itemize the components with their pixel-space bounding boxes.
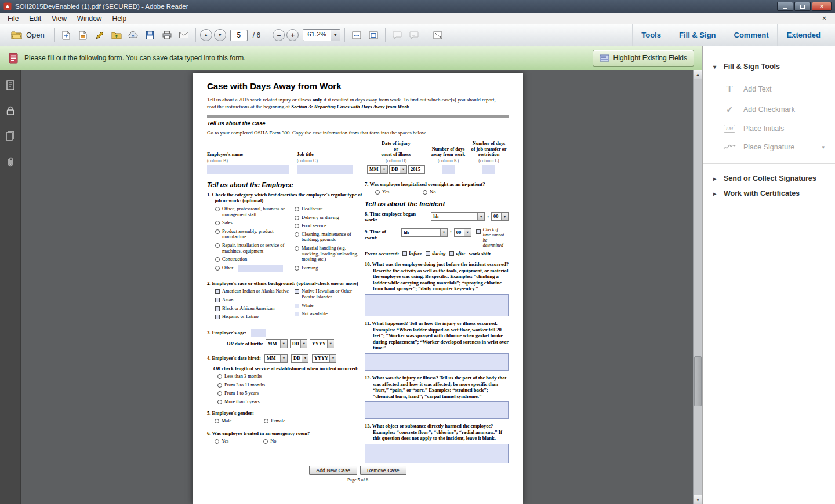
job-category-option[interactable]: Material handling (e.g. stocking, loadin… [295,246,365,262]
began-work-minute-dropdown[interactable]: 00▼ [491,212,509,221]
dob-day-dropdown[interactable]: DD▼ [290,339,307,348]
emergency-room-option[interactable]: Yes [215,439,228,444]
zoom-level-select[interactable]: 61.2% ▼ [303,29,340,41]
open-button[interactable]: Open [6,27,50,43]
document-canvas[interactable]: Case with Days Away from Work Tell us ab… [21,70,693,504]
length-of-service-option[interactable]: From 1 to 5 years [217,390,365,396]
page-number-input[interactable]: 5 [230,30,248,41]
dropdown-caret-icon[interactable]: ▼ [280,340,287,348]
toolbar-nav-link[interactable]: Tools [632,24,670,46]
next-page-button[interactable]: ▼ [214,29,226,41]
race-option[interactable]: Native Hawaiian or Other Pacific Islande… [295,288,365,300]
gender-option[interactable]: Male [215,418,231,424]
fit-page-button[interactable] [366,28,381,43]
menu-item[interactable]: View [46,14,72,23]
signature-caret-icon[interactable]: ▾ [822,144,825,150]
hired-day-dropdown[interactable]: DD▼ [291,354,308,363]
menu-item[interactable]: File [2,14,24,23]
time-undetermined-checkbox[interactable] [476,229,481,234]
fill-sign-tools-header[interactable]: ▾ Fill & Sign Tools [703,59,835,74]
convert-file-button[interactable] [75,28,90,43]
length-of-service-option[interactable]: Less than 3 months [217,374,365,379]
event-shift-option[interactable]: after [449,251,465,256]
dropdown-caret-icon[interactable]: ▼ [327,340,334,348]
emergency-room-option[interactable]: No [263,439,276,444]
injury-month-dropdown[interactable]: MM▼ [367,165,388,174]
comment-bubble-button[interactable] [390,28,405,43]
zoom-caret-icon[interactable]: ▼ [331,30,340,41]
minimize-button[interactable] [777,2,793,11]
job-category-option[interactable]: Delivery or driving [295,215,365,221]
menubar-close-icon[interactable]: ✕ [816,15,833,21]
hospitalized-option[interactable]: Yes [375,189,389,195]
q10-answer-field[interactable] [365,294,509,316]
job-category-option[interactable]: Healthcare [295,206,365,212]
toolbar-nav-link[interactable]: Fill & Sign [670,24,725,46]
job-category-option[interactable]: Sales [215,220,295,226]
event-shift-option[interactable]: during [426,251,445,256]
add-new-case-button[interactable]: Add New Case [309,466,357,475]
dropdown-caret-icon[interactable]: ▼ [501,213,508,220]
close-button[interactable]: ✕ [812,2,832,11]
employee-age-field[interactable] [251,329,266,337]
race-option[interactable]: Hispanic or Latino [215,314,295,320]
fit-width-button[interactable] [349,28,364,43]
email-button[interactable] [176,28,191,43]
dropdown-caret-icon[interactable]: ▼ [440,229,447,236]
dropdown-caret-icon[interactable]: ▼ [280,355,287,362]
scrollbar-thumb[interactable] [694,356,702,406]
employee-name-field[interactable] [207,165,289,174]
q11-answer-field[interactable] [365,353,509,371]
add-text-tool[interactable]: T Add Text [703,79,835,100]
zoom-out-button[interactable]: − [273,29,285,41]
length-of-service-option[interactable]: More than 5 years [217,399,365,405]
job-title-field[interactable] [297,165,353,174]
page-thumbnails-button[interactable] [3,78,17,92]
toolbar-nav-link[interactable]: Extended [777,24,829,46]
pages-panel-button[interactable] [3,129,17,143]
previous-page-button[interactable]: ▲ [200,29,212,41]
job-category-option-other[interactable]: Other [215,265,295,272]
dropdown-caret-icon[interactable]: ▼ [464,229,471,236]
race-option[interactable]: White [295,303,365,309]
toolbar-nav-link[interactable]: Comment [725,24,778,46]
q12-answer-field[interactable] [365,401,509,419]
hired-month-dropdown[interactable]: MM▼ [264,354,288,363]
length-of-service-option[interactable]: From 3 to 11 months [217,382,365,388]
menu-item[interactable]: Help [107,14,132,23]
event-hour-dropdown[interactable]: hh▼ [401,228,448,237]
menu-item[interactable]: Edit [24,14,46,23]
dropdown-caret-icon[interactable]: ▼ [329,355,336,362]
save-button[interactable] [143,28,158,43]
security-panel-button[interactable] [3,104,17,118]
place-signature-tool[interactable]: Place Signature ▾ [703,138,835,156]
injury-day-dropdown[interactable]: DD▼ [389,165,407,174]
hospitalized-option[interactable]: No [423,189,435,195]
export-pdf-button[interactable] [59,28,74,43]
race-option[interactable]: American Indian or Alaska Native [215,288,295,294]
add-checkmark-tool[interactable]: ✓ Add Checkmark [703,100,835,119]
event-shift-option[interactable]: before [402,251,422,256]
print-button[interactable] [159,28,175,43]
annotations-button[interactable] [406,28,422,43]
fullscreen-button[interactable] [430,28,445,43]
race-option[interactable]: Not available [295,311,365,317]
days-away-field[interactable] [442,165,455,174]
work-with-certificates-section[interactable]: ▸ Work with Certificates [703,186,835,201]
dob-month-dropdown[interactable]: MM▼ [266,339,288,348]
began-work-hour-dropdown[interactable]: hh▼ [431,212,485,221]
job-category-option[interactable]: Construction [215,257,295,262]
job-category-option[interactable]: Farming [295,265,365,271]
menu-item[interactable]: Window [72,14,107,23]
dropdown-caret-icon[interactable]: ▼ [400,166,406,173]
dob-year-dropdown[interactable]: YYYY▼ [310,339,334,348]
cloud-upload-button[interactable] [126,28,141,43]
gender-option[interactable]: Female [264,418,285,424]
vertical-scrollbar[interactable]: ▲ ▼ [693,70,702,504]
dropdown-caret-icon[interactable]: ▼ [477,213,484,220]
share-folder-button[interactable] [109,28,124,43]
attachments-panel-button[interactable] [3,155,17,169]
race-option[interactable]: Black or African American [215,306,295,312]
scroll-up-button[interactable]: ▲ [694,70,702,79]
event-minute-dropdown[interactable]: 00▼ [454,228,471,237]
